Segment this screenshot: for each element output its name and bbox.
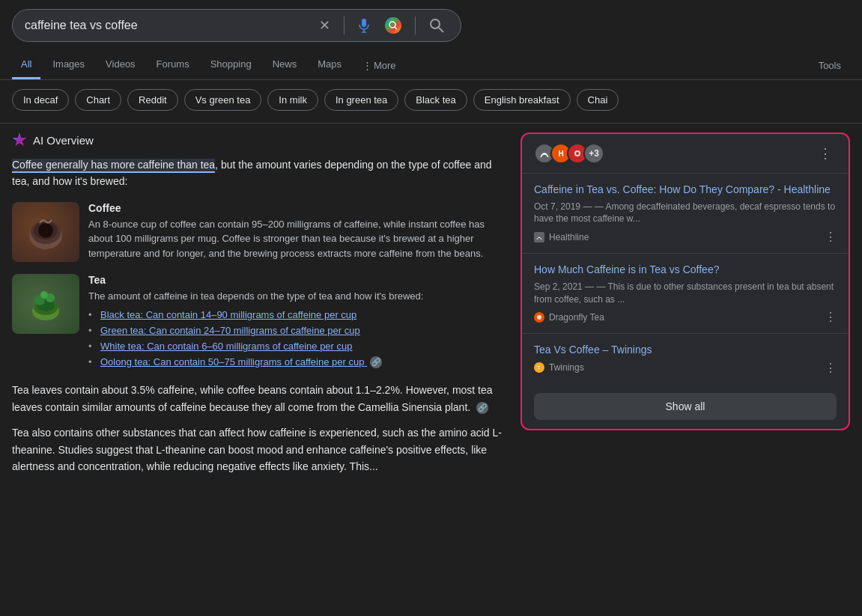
article-title-1[interactable]: Caffeine in Tea vs. Coffee: How Do They … bbox=[534, 183, 837, 198]
tea-image bbox=[12, 274, 79, 334]
search-bar-row: ✕ bbox=[0, 0, 862, 51]
svg-line-6 bbox=[439, 28, 443, 32]
tools-button[interactable]: Tools bbox=[810, 52, 850, 79]
chip-chai[interactable]: Chai bbox=[577, 89, 619, 111]
svg-point-16 bbox=[40, 291, 48, 299]
chip-reddit[interactable]: Reddit bbox=[127, 89, 178, 111]
article-options-1[interactable]: ⋮ bbox=[825, 230, 837, 244]
coffee-title: Coffee bbox=[88, 202, 503, 214]
tab-shopping[interactable]: Shopping bbox=[201, 51, 261, 79]
search-bar: ✕ bbox=[12, 9, 461, 42]
healthline-icon bbox=[534, 232, 544, 243]
voice-icon[interactable] bbox=[353, 16, 374, 34]
svg-point-5 bbox=[431, 19, 440, 28]
overview-para2: Tea also contains other substances that … bbox=[12, 424, 503, 475]
twinings-icon: T bbox=[534, 362, 544, 373]
article-source-3: T Twinings bbox=[534, 362, 584, 373]
article-source-row-1: Healthline ⋮ bbox=[534, 230, 837, 244]
lens-icon[interactable] bbox=[380, 16, 406, 35]
article-options-3[interactable]: ⋮ bbox=[825, 361, 837, 375]
article-date-2: Sep 2, 2021 — — This is due to other sub… bbox=[534, 281, 837, 306]
tab-more[interactable]: ⋮ More bbox=[353, 52, 405, 79]
article-source-row-2: Dragonfly Tea ⋮ bbox=[534, 310, 837, 324]
source-avatars: H +3 bbox=[534, 143, 604, 164]
article-item-2: How Much Caffeine is in Tea vs Coffee? S… bbox=[522, 253, 849, 333]
tab-maps[interactable]: Maps bbox=[309, 51, 350, 79]
tea-content: Tea The amount of caffeine in tea depend… bbox=[88, 274, 503, 370]
tab-videos[interactable]: Videos bbox=[97, 51, 145, 79]
overview-intro: Coffee generally has more caffeine than … bbox=[12, 156, 503, 190]
divider2 bbox=[415, 16, 416, 34]
article-title-3[interactable]: Tea Vs Coffee – Twinings bbox=[534, 343, 837, 358]
svg-point-19 bbox=[576, 152, 579, 155]
article-date-1: Oct 7, 2019 — — Among decaffeinated beve… bbox=[534, 201, 837, 226]
svg-point-10 bbox=[38, 223, 53, 238]
ai-overview-header: AI Overview bbox=[12, 126, 503, 147]
separator bbox=[0, 123, 862, 123]
main-content: AI Overview Coffee generally has more ca… bbox=[0, 126, 862, 484]
overview-para1: Tea leaves contain about 3.5% caffeine, … bbox=[12, 382, 503, 415]
intro-bold: Coffee generally has more caffeine than … bbox=[12, 159, 215, 173]
chip-in-milk[interactable]: In milk bbox=[267, 89, 318, 111]
show-all-button[interactable]: Show all bbox=[534, 393, 837, 420]
chip-vs-green-tea[interactable]: Vs green tea bbox=[184, 89, 262, 111]
chip-in-green-tea[interactable]: In green tea bbox=[324, 89, 398, 111]
tea-desc: The amount of caffeine in tea depends on… bbox=[88, 289, 503, 304]
nav-tabs: All Images Videos Forums Shopping News M… bbox=[0, 51, 862, 80]
divider bbox=[344, 16, 345, 34]
chip-chart[interactable]: Chart bbox=[75, 89, 121, 111]
ai-overview-title: AI Overview bbox=[33, 134, 94, 147]
coffee-image bbox=[12, 202, 79, 262]
article-source-row-3: T Twinings ⋮ bbox=[534, 361, 837, 375]
articles-header: H +3 ⋮ bbox=[522, 134, 849, 173]
coffee-desc: An 8-ounce cup of coffee can contain 95–… bbox=[88, 217, 503, 261]
avatar-count: +3 bbox=[583, 143, 604, 164]
article-source-1: Healthline bbox=[534, 232, 589, 243]
tab-images[interactable]: Images bbox=[43, 51, 94, 79]
svg-text:T: T bbox=[537, 365, 541, 370]
svg-rect-0 bbox=[362, 19, 366, 27]
bullet-white-tea: White tea: Can contain 6–60 milligrams o… bbox=[88, 339, 503, 355]
chip-english-breakfast[interactable]: English breakfast bbox=[473, 89, 571, 111]
article-title-2[interactable]: How Much Caffeine is in Tea vs Coffee? bbox=[534, 263, 837, 278]
dragonfly-icon bbox=[534, 312, 544, 323]
svg-point-20 bbox=[537, 315, 541, 320]
article-item-1: Caffeine in Tea vs. Coffee: How Do They … bbox=[522, 173, 849, 253]
citation-icon-2[interactable]: 🔗 bbox=[476, 402, 488, 414]
filter-chips: In decaf Chart Reddit Vs green tea In mi… bbox=[0, 80, 862, 120]
tea-bullets: Black tea: Can contain 14–90 milligrams … bbox=[88, 308, 503, 370]
svg-point-3 bbox=[389, 22, 395, 28]
tea-title: Tea bbox=[88, 274, 503, 286]
more-dots-icon: ⋮ bbox=[362, 60, 372, 71]
articles-card: H +3 ⋮ Caffeine in Tea vs. Coffee: How D… bbox=[520, 132, 850, 430]
tea-item: Tea The amount of caffeine in tea depend… bbox=[12, 274, 503, 370]
bullet-oolong-tea: Oolong tea: Can contain 50–75 milligrams… bbox=[88, 355, 503, 370]
coffee-content: Coffee An 8-ounce cup of coffee can cont… bbox=[88, 202, 503, 262]
tab-news[interactable]: News bbox=[264, 51, 306, 79]
coffee-item: Coffee An 8-ounce cup of coffee can cont… bbox=[12, 202, 503, 262]
articles-more-options[interactable]: ⋮ bbox=[814, 144, 837, 163]
tab-all[interactable]: All bbox=[12, 51, 40, 79]
bullet-green-tea: Green tea: Can contain 24–70 milligrams … bbox=[88, 323, 503, 339]
right-panel: H +3 ⋮ Caffeine in Tea vs. Coffee: How D… bbox=[520, 126, 850, 484]
svg-line-4 bbox=[395, 27, 397, 29]
search-submit-icon[interactable] bbox=[425, 16, 449, 34]
citation-icon[interactable]: 🔗 bbox=[370, 356, 382, 368]
left-panel: AI Overview Coffee generally has more ca… bbox=[12, 126, 520, 484]
article-source-2: Dragonfly Tea bbox=[534, 312, 604, 323]
clear-icon[interactable]: ✕ bbox=[315, 16, 335, 35]
chip-black-tea[interactable]: Black tea bbox=[404, 89, 467, 111]
search-input[interactable] bbox=[25, 19, 309, 32]
chip-in-decaf[interactable]: In decaf bbox=[12, 89, 69, 111]
article-options-2[interactable]: ⋮ bbox=[825, 310, 837, 324]
tab-forums[interactable]: Forums bbox=[148, 51, 198, 79]
ai-star-icon bbox=[12, 132, 27, 147]
article-item-3: Tea Vs Coffee – Twinings T Twinings ⋮ bbox=[522, 333, 849, 384]
bullet-black-tea: Black tea: Can contain 14–90 milligrams … bbox=[88, 308, 503, 323]
